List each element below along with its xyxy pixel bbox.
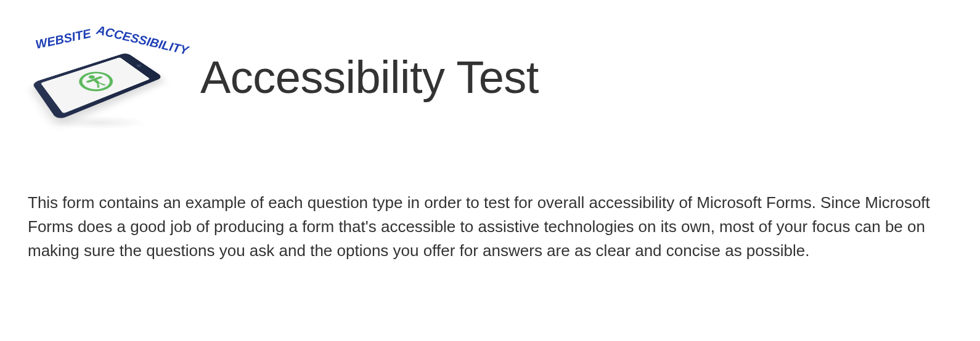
logo-text-website: WEBSITE [35, 26, 92, 52]
logo-text-accessibility: ACCESSIBILITY [95, 23, 190, 58]
logo: WEBSITE ACCESSIBILITY [28, 25, 163, 129]
tablet-body [31, 52, 163, 120]
tablet-home-button [136, 64, 142, 67]
accessibility-person-icon [73, 68, 120, 96]
page-title: Accessibility Test [200, 51, 539, 103]
tablet-screen [41, 57, 150, 114]
logo-shadow [49, 116, 148, 129]
form-description: This form contains an example of each qu… [28, 191, 946, 263]
header: WEBSITE ACCESSIBILITY Accessibility Test [28, 25, 952, 129]
tablet-icon [31, 52, 163, 120]
